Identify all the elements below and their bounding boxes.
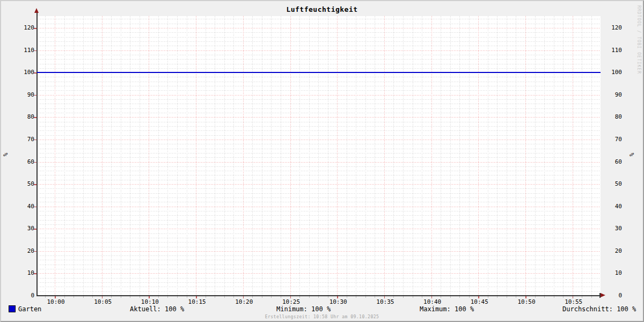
x-grid-minor — [328, 16, 328, 296]
x-minor-tick — [393, 296, 394, 298]
x-grid-minor — [469, 16, 470, 296]
x-minor-tick — [224, 296, 225, 298]
plot-area: 0010102020303040405050606070708080909010… — [1, 1, 644, 322]
x-minor-tick — [252, 296, 253, 298]
y-tick-label-right: 30 — [609, 225, 622, 232]
x-tick-label: 10:55 — [560, 298, 587, 305]
x-grid-major — [525, 16, 526, 296]
x-grid-minor — [403, 16, 404, 296]
x-axis-arrow-icon — [601, 293, 605, 297]
legend-series-label: Garten — [18, 305, 41, 313]
x-grid-minor — [582, 16, 582, 296]
x-tick-label: 10:20 — [231, 298, 258, 305]
y-tick-label-left: 50 — [11, 180, 34, 188]
x-minor-tick — [45, 296, 46, 298]
y-tick-label-left: 20 — [11, 247, 34, 255]
y-axis-line — [36, 12, 38, 296]
x-minor-tick — [309, 296, 310, 298]
x-grid-minor — [111, 16, 112, 296]
y-tick-label-right: 20 — [609, 247, 622, 255]
x-tick-label: 10:40 — [419, 298, 446, 305]
x-minor-tick — [130, 296, 130, 298]
y-tick-label-left: 10 — [11, 269, 34, 277]
y-tick-label-left: 80 — [11, 113, 34, 121]
legend-color-swatch — [9, 305, 16, 312]
x-grid-minor — [140, 16, 140, 296]
rrd-graph: Luftfeuchtigkeit RRDTOOL / TOBI OETIKER … — [0, 0, 644, 322]
y-grid-major — [37, 207, 601, 207]
x-grid-major — [243, 16, 244, 296]
y-tick-label-right: 80 — [609, 113, 622, 121]
x-grid-major — [55, 16, 55, 296]
y-tick-label-left: 120 — [11, 24, 34, 32]
x-grid-minor — [224, 16, 225, 296]
x-grid-major — [384, 16, 385, 296]
x-grid-minor — [233, 16, 234, 296]
x-minor-tick — [140, 296, 140, 298]
series-line-garten — [37, 72, 601, 73]
x-minor-tick — [328, 296, 328, 298]
x-grid-major — [573, 16, 573, 296]
y-axis-arrow-icon — [34, 8, 39, 13]
x-minor-tick — [262, 296, 262, 298]
x-grid-minor — [413, 16, 413, 296]
x-minor-tick — [347, 296, 347, 298]
x-minor-tick — [215, 296, 215, 298]
y-grid-major — [37, 95, 601, 96]
x-grid-minor — [422, 16, 422, 296]
creation-time-note: Erstellungszeit: 10:58 Uhr am 09.10.2025 — [1, 314, 643, 319]
x-minor-tick — [158, 296, 159, 298]
x-grid-minor — [215, 16, 215, 296]
x-grid-major — [478, 16, 479, 296]
x-minor-tick — [299, 296, 300, 298]
y-grid-major — [37, 50, 601, 51]
stat-minimum: Minimum: 100 % — [276, 305, 331, 313]
x-grid-minor — [83, 16, 84, 296]
x-grid-minor — [309, 16, 310, 296]
x-grid-minor — [563, 16, 564, 296]
x-grid-minor — [167, 16, 168, 296]
x-minor-tick — [92, 296, 93, 298]
x-minor-tick — [516, 296, 516, 298]
x-tick-label: 10:50 — [513, 298, 540, 305]
y-grid-major — [37, 251, 601, 252]
x-grid-minor — [187, 16, 187, 296]
y-grid-major — [37, 28, 601, 28]
x-tick-label: 10:15 — [184, 298, 210, 305]
x-grid-minor — [459, 16, 460, 296]
y-tick-label-right: 90 — [609, 91, 622, 99]
x-minor-tick — [206, 296, 206, 298]
stat-maximum: Maximum: 100 % — [420, 305, 474, 313]
x-grid-minor — [375, 16, 375, 296]
y-grid-major — [37, 229, 601, 229]
x-grid-minor — [516, 16, 516, 296]
x-minor-tick — [318, 296, 319, 298]
y-tick-label-left: 60 — [11, 158, 34, 166]
x-grid-minor — [121, 16, 121, 296]
x-grid-minor — [92, 16, 93, 296]
x-grid-minor — [393, 16, 394, 296]
x-minor-tick — [469, 296, 470, 298]
x-minor-tick — [488, 296, 488, 298]
x-minor-tick — [233, 296, 234, 298]
x-minor-tick — [281, 296, 281, 298]
x-tick-label: 10:25 — [278, 298, 305, 305]
y-grid-major — [37, 140, 601, 140]
x-grid-minor — [347, 16, 347, 296]
x-grid-major — [290, 16, 291, 296]
y-tick-label-right: 120 — [609, 24, 622, 32]
y-tick-label-right: 40 — [609, 203, 622, 210]
x-minor-tick — [459, 296, 460, 298]
x-minor-tick — [582, 296, 582, 298]
x-grid-minor — [535, 16, 536, 296]
x-minor-tick — [177, 296, 178, 298]
x-grid-minor — [507, 16, 507, 296]
x-tick-label: 10:05 — [90, 298, 116, 305]
x-grid-minor — [497, 16, 497, 296]
x-minor-tick — [271, 296, 272, 298]
x-minor-tick — [450, 296, 451, 298]
y-grid-major — [37, 162, 601, 163]
x-grid-minor — [450, 16, 451, 296]
y-tick-label-right: 110 — [609, 47, 622, 54]
y-grid-major — [37, 184, 601, 185]
